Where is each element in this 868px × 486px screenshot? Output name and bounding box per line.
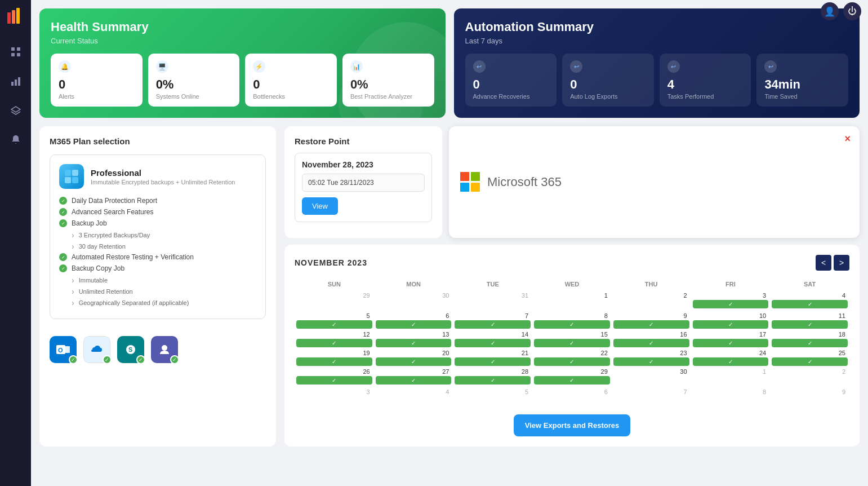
health-subtitle: Current Status	[51, 37, 434, 45]
cal-day: 8	[691, 387, 771, 408]
user-icon[interactable]: 👤	[821, 2, 839, 20]
cal-day: 3	[295, 387, 374, 408]
teams-check: ✓	[170, 355, 179, 364]
cal-day[interactable]: 13✓	[374, 330, 453, 348]
sidebar-item-chart[interactable]	[7, 72, 25, 90]
cal-day[interactable]: 19✓	[295, 348, 374, 367]
cal-day[interactable]: 3✓	[691, 291, 771, 311]
cal-day[interactable]: 20✓	[374, 348, 453, 367]
plan-card-title: M365 Plan selection	[50, 136, 266, 146]
cal-day[interactable]: 15✓	[532, 330, 612, 348]
metric-systems: 🖥️ 0% Systems Online	[148, 54, 240, 107]
outlook-check: ✓	[69, 355, 78, 364]
cal-bar-check: ✓	[455, 357, 531, 366]
cal-day[interactable]: 14✓	[453, 330, 532, 348]
bpa-icon: 📊	[350, 60, 363, 73]
cal-day[interactable]: 25✓	[770, 348, 849, 367]
cal-body: 293031123✓4✓5✓6✓7✓8✓9✓10✓11✓12✓13✓14✓15✓…	[295, 291, 849, 408]
cal-day[interactable]: 18✓	[770, 330, 849, 348]
metric-bottlenecks: ⚡ 0 Bottlenecks	[245, 54, 337, 107]
cal-day[interactable]: 26✓	[295, 367, 374, 387]
feature-search-label: Advanced Search Features	[72, 208, 153, 216]
cal-day[interactable]: 16✓	[612, 330, 691, 348]
cal-bar-check: ✓	[376, 339, 452, 347]
feature-copy-label: Backup Copy Job	[72, 264, 124, 272]
sidebar-item-grid[interactable]	[7, 43, 25, 61]
sub-encrypted: 3 Encrypted Backups/Day	[72, 231, 256, 240]
cal-bar-check: ✓	[693, 339, 769, 347]
onedrive-check: ✓	[103, 355, 112, 364]
app-logo[interactable]	[6, 6, 26, 26]
cal-day[interactable]: 21✓	[453, 348, 532, 367]
sidebar-item-bell[interactable]	[7, 131, 25, 149]
cal-day[interactable]: 12✓	[295, 330, 374, 348]
cal-sun: SUN	[295, 279, 374, 291]
cal-day[interactable]: 6✓	[374, 311, 453, 330]
cal-day[interactable]: 4✓	[770, 291, 849, 311]
svg-rect-9	[18, 77, 20, 86]
cal-day[interactable]: 30	[612, 367, 691, 387]
cal-day[interactable]: 28✓	[453, 367, 532, 387]
plan-desc: Immutable Encrypted backups + Unlimited …	[91, 179, 235, 185]
sidebar-item-layers[interactable]	[7, 101, 25, 120]
auto-metric-time: ↩ 34min Time Saved	[756, 54, 848, 107]
cal-nav: < >	[816, 255, 849, 271]
cal-day: 9	[770, 387, 849, 408]
automation-summary-card: Automation Summary Last 7 days ↩ 0 Advan…	[454, 8, 860, 118]
cal-day[interactable]: 7✓	[453, 311, 532, 330]
cal-next-button[interactable]: >	[834, 255, 849, 271]
health-summary-card: Health Summary Current Status 🔔 0 Alerts…	[39, 8, 446, 118]
cal-day[interactable]: 29✓	[532, 367, 612, 387]
sub-geo: Geographically Separated (if applicable)	[72, 298, 256, 307]
rp-view-button[interactable]: View	[302, 197, 338, 215]
svg-text:S: S	[128, 346, 132, 353]
view-exports-button[interactable]: View Exports and Restores	[514, 414, 630, 436]
recoveries-value: 0	[473, 77, 549, 92]
feature-daily-report-label: Daily Data Protection Report	[72, 197, 157, 205]
metric-bpa: 📊 0% Best Practise Analyzer	[342, 54, 434, 107]
app-onedrive: ✓	[83, 336, 110, 363]
recoveries-icon: ↩	[473, 60, 486, 73]
cal-day[interactable]: 22✓	[532, 348, 612, 367]
cal-day[interactable]: 17✓	[691, 330, 771, 348]
cal-week-0: 293031123✓4✓	[295, 291, 849, 311]
cal-bar-check: ✓	[693, 320, 769, 329]
cal-bar-check: ✓	[772, 300, 848, 308]
cal-bar-check: ✓	[376, 320, 452, 329]
feature-backup-label: Backup Job	[72, 219, 107, 227]
logo-yellow	[471, 183, 480, 192]
cal-bar-empty	[772, 396, 848, 407]
cal-day[interactable]: 9✓	[612, 311, 691, 330]
ms365-close-button[interactable]: ×	[844, 133, 851, 145]
cal-day[interactable]: 8✓	[532, 311, 612, 330]
cal-day[interactable]: 10✓	[691, 311, 771, 330]
cal-day[interactable]: 2	[612, 291, 691, 311]
feature-restore-test-label: Automated Restore Testing + Verification	[72, 253, 194, 261]
cal-day[interactable]: 24✓	[691, 348, 771, 367]
cal-bar-empty	[772, 376, 848, 386]
exports-label: Auto Log Exports	[570, 93, 646, 100]
time-label: Time Saved	[764, 93, 840, 100]
cal-day[interactable]: 27✓	[374, 367, 453, 387]
sharepoint-check: ✓	[136, 355, 145, 364]
tasks-icon: ↩	[667, 60, 680, 73]
cal-bar-check: ✓	[693, 300, 769, 308]
cal-bar-empty	[455, 300, 531, 310]
cal-prev-button[interactable]: <	[816, 255, 831, 271]
time-value: 34min	[764, 77, 840, 92]
cal-bar-empty	[534, 300, 610, 310]
power-icon[interactable]: ⏻	[843, 2, 861, 20]
sidebar	[0, 0, 31, 486]
ms365-logo-grid	[460, 172, 480, 192]
cal-week-4: 26✓27✓28✓29✓3012	[295, 367, 849, 387]
cal-week-3: 19✓20✓21✓22✓23✓24✓25✓	[295, 348, 849, 367]
bottlenecks-label: Bottlenecks	[253, 93, 329, 100]
cal-day[interactable]: 11✓	[770, 311, 849, 330]
cal-bar-check: ✓	[376, 357, 452, 366]
cal-day[interactable]: 5✓	[295, 311, 374, 330]
check-copy: ✓	[59, 264, 67, 272]
rp-time: 05:02 Tue 28/11/2023	[302, 174, 425, 192]
cal-day[interactable]: 1	[532, 291, 612, 311]
cal-day[interactable]: 23✓	[612, 348, 691, 367]
recoveries-label: Advance Recoveries	[473, 93, 549, 100]
